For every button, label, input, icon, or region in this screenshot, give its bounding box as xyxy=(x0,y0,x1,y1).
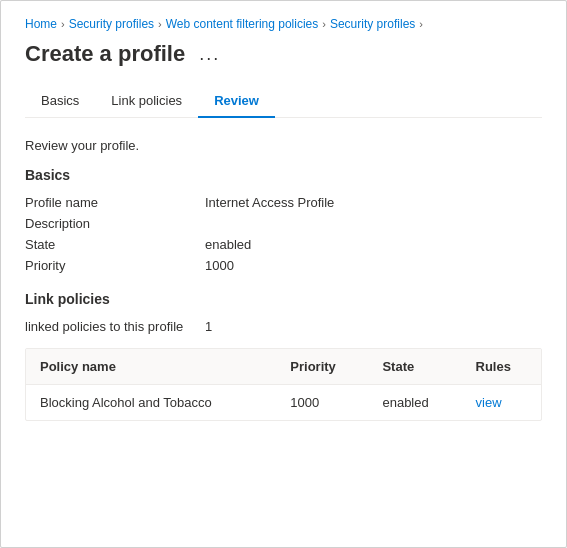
field-value-profile-name: Internet Access Profile xyxy=(205,195,334,210)
linked-policies-row: linked policies to this profile 1 xyxy=(25,319,542,334)
page-title: Create a profile xyxy=(25,41,185,67)
col-header-policy-name: Policy name xyxy=(26,349,276,385)
field-label-priority: Priority xyxy=(25,258,205,273)
breadcrumb-sep-3: › xyxy=(322,18,326,30)
cell-rules-link[interactable]: view xyxy=(462,385,541,421)
policies-table: Policy name Priority State Rules Blockin… xyxy=(26,349,541,420)
policies-table-container: Policy name Priority State Rules Blockin… xyxy=(25,348,542,421)
breadcrumb-security-profiles-1[interactable]: Security profiles xyxy=(69,17,154,31)
linked-value: 1 xyxy=(205,319,212,334)
field-priority: Priority 1000 xyxy=(25,258,542,273)
basics-heading: Basics xyxy=(25,167,542,183)
breadcrumb-sep-4: › xyxy=(419,18,423,30)
tabs-container: Basics Link policies Review xyxy=(25,85,542,118)
col-header-rules: Rules xyxy=(462,349,541,385)
field-label-profile-name: Profile name xyxy=(25,195,205,210)
field-state: State enabled xyxy=(25,237,542,252)
cell-state: enabled xyxy=(368,385,461,421)
field-value-state: enabled xyxy=(205,237,251,252)
more-options-button[interactable]: ... xyxy=(195,42,224,67)
breadcrumb-security-profiles-2[interactable]: Security profiles xyxy=(330,17,415,31)
breadcrumb: Home › Security profiles › Web content f… xyxy=(25,17,542,31)
link-policies-heading: Link policies xyxy=(25,291,542,307)
breadcrumb-web-content[interactable]: Web content filtering policies xyxy=(166,17,319,31)
field-label-description: Description xyxy=(25,216,205,231)
field-label-state: State xyxy=(25,237,205,252)
review-intro: Review your profile. xyxy=(25,138,542,153)
tab-link-policies[interactable]: Link policies xyxy=(95,85,198,118)
breadcrumb-sep-1: › xyxy=(61,18,65,30)
table-header-row: Policy name Priority State Rules xyxy=(26,349,541,385)
col-header-state: State xyxy=(368,349,461,385)
cell-policy-name: Blocking Alcohol and Tobacco xyxy=(26,385,276,421)
review-section: Review your profile. Basics Profile name… xyxy=(25,138,542,421)
col-header-priority: Priority xyxy=(276,349,368,385)
link-policies-section: Link policies linked policies to this pr… xyxy=(25,291,542,421)
page-window: Home › Security profiles › Web content f… xyxy=(0,0,567,548)
field-value-priority: 1000 xyxy=(205,258,234,273)
page-header: Create a profile ... xyxy=(25,41,542,67)
breadcrumb-sep-2: › xyxy=(158,18,162,30)
cell-priority: 1000 xyxy=(276,385,368,421)
tab-basics[interactable]: Basics xyxy=(25,85,95,118)
table-row: Blocking Alcohol and Tobacco 1000 enable… xyxy=(26,385,541,421)
field-description: Description xyxy=(25,216,542,231)
breadcrumb-home[interactable]: Home xyxy=(25,17,57,31)
field-profile-name: Profile name Internet Access Profile xyxy=(25,195,542,210)
linked-label: linked policies to this profile xyxy=(25,319,205,334)
tab-review[interactable]: Review xyxy=(198,85,275,118)
